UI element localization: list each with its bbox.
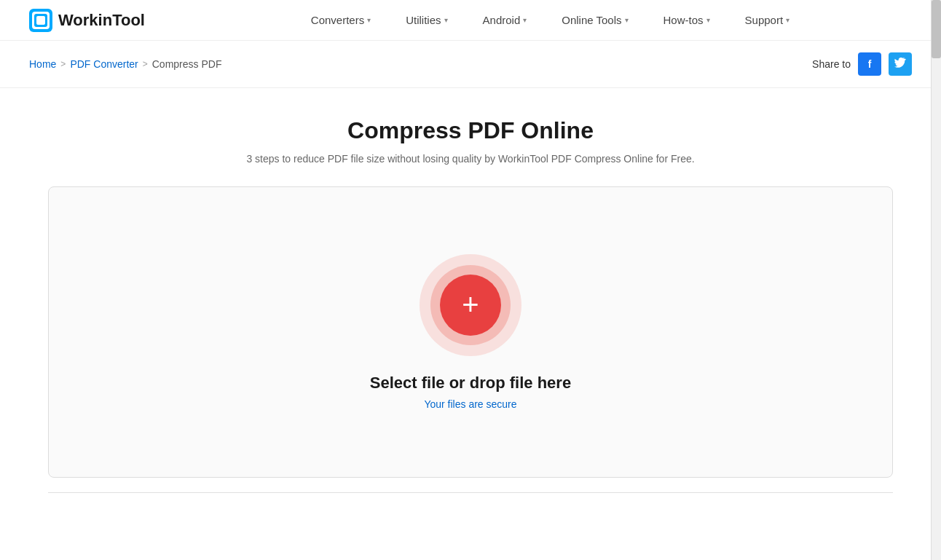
share-twitter-button[interactable] bbox=[889, 52, 912, 76]
nav-utilities-label: Utilities bbox=[406, 14, 441, 26]
nav-converters-chevron: ▾ bbox=[367, 16, 371, 24]
breadcrumb-current: Compress PDF bbox=[152, 58, 222, 70]
upload-icon-wrapper: + bbox=[420, 254, 521, 356]
logo[interactable]: WorkinTool bbox=[29, 9, 145, 32]
share-facebook-button[interactable]: f bbox=[858, 52, 881, 76]
scrollbar[interactable] bbox=[931, 0, 941, 508]
nav-support-label: Support bbox=[745, 14, 784, 26]
plus-icon: + bbox=[462, 290, 479, 319]
header: WorkinTool Converters ▾ Utilities ▾ Andr… bbox=[0, 0, 941, 41]
breadcrumb: Home > PDF Converter > Compress PDF bbox=[29, 58, 221, 70]
upload-area[interactable]: + Select file or drop file here Your fil… bbox=[48, 186, 893, 478]
nav-how-tos-chevron: ▾ bbox=[706, 16, 710, 24]
main-content: Compress PDF Online 3 steps to reduce PD… bbox=[19, 88, 922, 508]
nav-online-tools[interactable]: Online Tools ▾ bbox=[544, 0, 645, 41]
upload-main-text: Select file or drop file here bbox=[370, 374, 571, 393]
nav-support[interactable]: Support ▾ bbox=[728, 0, 808, 41]
upload-button-circle[interactable]: + bbox=[440, 275, 501, 336]
svg-rect-3 bbox=[36, 16, 45, 25]
facebook-icon: f bbox=[868, 58, 872, 70]
share-label: Share to bbox=[812, 58, 851, 70]
page-title: Compress PDF Online bbox=[48, 117, 893, 144]
breadcrumb-sep-2: > bbox=[143, 59, 148, 69]
nav-how-tos-label: How-tos bbox=[664, 14, 704, 26]
logo-text: WorkinTool bbox=[58, 11, 145, 30]
nav-how-tos[interactable]: How-tos ▾ bbox=[646, 0, 728, 41]
page-subtitle: 3 steps to reduce PDF file size without … bbox=[48, 153, 893, 165]
nav-converters[interactable]: Converters ▾ bbox=[294, 0, 388, 41]
nav-utilities[interactable]: Utilities ▾ bbox=[388, 0, 465, 41]
nav-converters-label: Converters bbox=[311, 14, 364, 26]
breadcrumb-sep-1: > bbox=[60, 59, 66, 69]
bottom-divider bbox=[48, 492, 893, 493]
nav-online-tools-label: Online Tools bbox=[562, 14, 621, 26]
twitter-icon bbox=[894, 58, 906, 71]
nav-android-chevron: ▾ bbox=[523, 16, 527, 24]
main-nav: Converters ▾ Utilities ▾ Android ▾ Onlin… bbox=[189, 0, 912, 41]
scrollbar-thumb[interactable] bbox=[932, 0, 941, 58]
nav-android-label: Android bbox=[483, 14, 521, 26]
nav-utilities-chevron: ▾ bbox=[444, 16, 448, 24]
upload-secure-text: Your files are secure bbox=[424, 398, 516, 410]
nav-android[interactable]: Android ▾ bbox=[465, 0, 545, 41]
logo-icon bbox=[29, 9, 52, 32]
share-area: Share to f bbox=[812, 52, 912, 76]
breadcrumb-bar: Home > PDF Converter > Compress PDF Shar… bbox=[0, 41, 941, 88]
nav-online-tools-chevron: ▾ bbox=[625, 16, 629, 24]
breadcrumb-home[interactable]: Home bbox=[29, 58, 56, 70]
breadcrumb-pdf-converter[interactable]: PDF Converter bbox=[70, 58, 138, 70]
nav-support-chevron: ▾ bbox=[786, 16, 790, 24]
